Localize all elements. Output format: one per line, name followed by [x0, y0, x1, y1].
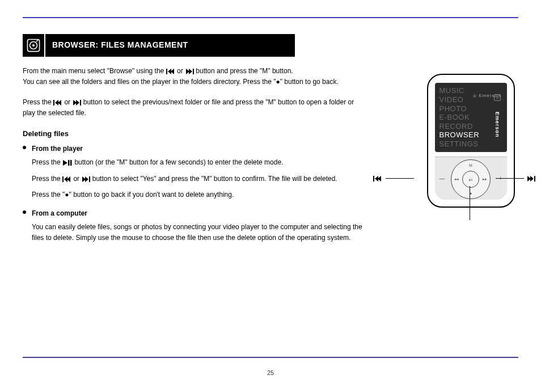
fp2-c: button to select "Yes" and press the "M"… — [92, 175, 337, 183]
body-text: BROWSER: FILES MANAGEMENT From the main … — [23, 34, 363, 251]
svg-rect-9 — [53, 100, 54, 106]
callout-play-line — [470, 186, 470, 220]
svg-marker-28 — [530, 176, 534, 182]
svg-rect-17 — [70, 160, 72, 166]
from-computer-heading: From a computer — [32, 209, 87, 217]
fp1-b: button (or the "M" button for a few seco… — [74, 158, 283, 166]
svg-rect-8 — [193, 69, 194, 74]
top-rule — [23, 17, 518, 18]
device-wheel: M ● ◂◂ ▸▸ ▸II — [451, 159, 491, 199]
menu-item-settings: SETTINGS — [439, 140, 492, 149]
fp1-a: Press the — [32, 158, 62, 166]
svg-marker-15 — [63, 160, 67, 166]
next-icon — [72, 99, 81, 106]
device-brand-top: ◎ Emerson — [435, 93, 501, 98]
fp2-a: Press the — [32, 175, 62, 183]
next-icon — [81, 175, 90, 182]
pc-body: You can easily delete files, songs or ph… — [32, 222, 363, 243]
wheel-prev-icon: ◂◂ — [454, 177, 459, 182]
intro-text-b: or — [177, 67, 185, 75]
page-number: 25 — [0, 369, 541, 376]
prev-icon — [166, 68, 175, 74]
deleting-files-heading: Deleting files — [23, 128, 363, 140]
from-player-heading: From the player — [32, 145, 83, 153]
pad-minus-icon: — — [439, 175, 445, 182]
p2-a: Press the — [23, 98, 53, 106]
callout-prev-icon — [373, 174, 382, 184]
section-header: BROWSER: FILES MANAGEMENT — [23, 34, 295, 57]
prev-icon — [53, 99, 62, 106]
fp3: Press the "●" button to go back if you d… — [32, 189, 363, 200]
callout-next-line — [496, 178, 524, 179]
svg-rect-29 — [534, 176, 535, 182]
prev-icon — [62, 175, 71, 182]
intro-text-a: From the main menu select "Browse" using… — [23, 67, 166, 75]
intro-text-c: button and press the "M" button. — [196, 67, 293, 75]
menu-item-photo: PHOTO — [439, 104, 492, 113]
svg-rect-23 — [89, 176, 90, 182]
svg-point-2 — [32, 44, 35, 47]
wheel-m-icon: M — [469, 163, 472, 167]
callout-prev-line — [386, 178, 414, 179]
svg-rect-16 — [68, 160, 70, 166]
menu-item-record: RECORD — [439, 122, 492, 131]
menu-item-browser: BROWSER — [439, 130, 492, 140]
callout-next-icon — [526, 174, 535, 184]
device-illustration: ◎ Emerson MUSIC VIDEO PHOTO E-BOOK RECOR… — [397, 74, 541, 208]
section-title: BROWSER: FILES MANAGEMENT — [45, 39, 188, 52]
svg-marker-7 — [189, 69, 192, 74]
intro-text-2: You can see all the folders and files on… — [23, 78, 339, 86]
play-pause-icon — [62, 159, 73, 166]
wheel-center-playpause-icon: ▸II — [462, 171, 479, 188]
svg-marker-22 — [85, 176, 88, 182]
screen-side-brand: Emerson — [494, 112, 500, 138]
fp2-b: or — [73, 175, 81, 183]
svg-rect-3 — [166, 69, 167, 74]
bottom-rule — [23, 357, 518, 358]
wheel-next-icon: ▸▸ — [483, 177, 487, 182]
svg-rect-14 — [80, 100, 81, 106]
p2-b: or — [64, 98, 72, 106]
browser-section-icon — [23, 34, 45, 57]
svg-rect-18 — [62, 176, 64, 182]
next-icon — [185, 68, 194, 74]
menu-item-ebook: E-BOOK — [439, 113, 492, 122]
svg-rect-24 — [373, 176, 374, 182]
device-screen: ◎ Emerson MUSIC VIDEO PHOTO E-BOOK RECOR… — [435, 83, 507, 152]
svg-marker-13 — [76, 100, 79, 106]
